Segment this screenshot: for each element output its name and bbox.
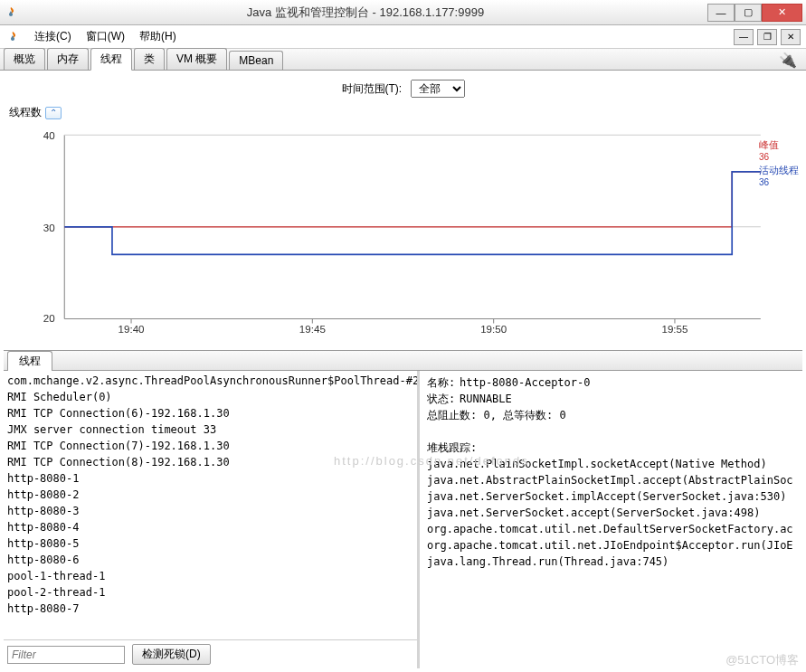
thread-list[interactable]: com.mchange.v2.async.ThreadPoolAsynchron… (4, 371, 417, 639)
time-range-label: 时间范围(T): (342, 82, 403, 95)
inner-close-button[interactable]: ✕ (781, 29, 801, 45)
tab-memory[interactable]: 内存 (47, 48, 89, 70)
stack-frame: java.lang.Thread.run(Thread.java:745) (427, 554, 795, 570)
tab-classes[interactable]: 类 (134, 48, 165, 70)
thread-list-item[interactable]: com.mchange.v2.async.ThreadPoolAsynchron… (7, 373, 413, 389)
legend-active-label: 活动线程 (759, 164, 799, 176)
stack-frame: java.net.ServerSocket.accept(ServerSocke… (427, 505, 795, 521)
chart-legend: 峰值 36 活动线程 36 (759, 138, 799, 189)
main-tabbar: 概览 内存 线程 类 VM 概要 MBean 🔌 (0, 49, 806, 71)
minimize-button[interactable]: — (707, 4, 735, 22)
thread-detail-pane: 名称: http-8080-Acceptor-0状态: RUNNABLE总阻止数… (420, 371, 802, 668)
connection-status-icon: 🔌 (779, 52, 797, 69)
chart-title: 线程数 (9, 105, 42, 120)
stack-frame: java.net.ServerSocket.implAccept(ServerS… (427, 488, 795, 505)
inner-restore-button[interactable]: ❐ (757, 29, 777, 45)
tab-vm[interactable]: VM 概要 (166, 48, 227, 70)
detect-deadlock-button[interactable]: 检测死锁(D) (132, 644, 211, 665)
stack-frame: org.apache.tomcat.util.net.DefaultServer… (427, 521, 795, 537)
thread-list-item[interactable]: http-8080-6 (7, 552, 413, 568)
window-titlebar: Java 监视和管理控制台 - 192.168.1.177:9999 — ▢ ✕ (0, 0, 806, 25)
thread-list-item[interactable]: pool-1-thread-1 (7, 568, 413, 584)
inner-minimize-button[interactable]: — (734, 29, 754, 45)
legend-active-value: 36 (759, 176, 799, 189)
java-icon (4, 5, 18, 20)
time-range-row: 时间范围(T): 全部 (4, 74, 802, 103)
thread-chart: 40 30 20 19:40 19:45 19:50 19:55 峰值 36 活… (4, 122, 802, 346)
svg-text:19:40: 19:40 (119, 324, 145, 335)
chart-collapse-button[interactable]: ⌃ (45, 107, 62, 119)
svg-text:19:45: 19:45 (299, 324, 326, 335)
menubar: 连接(C) 窗口(W) 帮助(H) — ❐ ✕ (0, 25, 806, 49)
tab-threads[interactable]: 线程 (90, 48, 132, 71)
svg-text:19:50: 19:50 (480, 324, 507, 335)
thread-list-item[interactable]: http-8080-2 (7, 487, 413, 503)
svg-text:20: 20 (43, 313, 55, 324)
filter-input[interactable] (7, 646, 125, 664)
svg-text:30: 30 (43, 222, 55, 233)
thread-list-item[interactable]: JMX server connection timeout 33 (7, 421, 413, 438)
menu-window[interactable]: 窗口(W) (79, 29, 132, 44)
window-title: Java 监视和管理控制台 - 192.168.1.177:9999 (24, 5, 707, 21)
thread-list-item[interactable]: http-8080-5 (7, 535, 413, 552)
tab-mbean[interactable]: MBean (229, 51, 283, 70)
chart-header: 线程数 ⌃ (4, 103, 802, 122)
menu-help[interactable]: 帮助(H) (132, 29, 184, 44)
thread-list-item[interactable]: RMI TCP Connection(7)-192.168.1.30 (7, 438, 413, 454)
svg-text:40: 40 (43, 130, 55, 141)
content-area: 时间范围(T): 全部 线程数 ⌃ 40 30 20 19:40 19:45 1… (0, 71, 806, 672)
thread-list-item[interactable]: http-8080-7 (7, 601, 413, 617)
thread-list-item[interactable]: RMI TCP Connection(6)-192.168.1.30 (7, 405, 413, 421)
bottom-panel: 线程 com.mchange.v2.async.ThreadPoolAsynch… (4, 350, 802, 668)
thread-list-item[interactable]: RMI TCP Connection(8)-192.168.1.30 (7, 454, 413, 470)
svg-text:19:55: 19:55 (661, 324, 687, 335)
maximize-button[interactable]: ▢ (735, 4, 762, 22)
legend-peak-label: 峰值 (759, 138, 799, 151)
stack-frame: java.net.AbstractPlainSocketImpl.accept(… (427, 472, 795, 488)
thread-detail[interactable]: 名称: http-8080-Acceptor-0状态: RUNNABLE总阻止数… (420, 371, 802, 668)
thread-list-item[interactable]: RMI Scheduler(0) (7, 389, 413, 405)
bottom-tab-threads[interactable]: 线程 (7, 351, 52, 371)
bottom-tabbar: 线程 (4, 351, 802, 371)
thread-list-pane: com.mchange.v2.async.ThreadPoolAsynchron… (4, 371, 420, 668)
java-icon (5, 30, 20, 44)
thread-list-item[interactable]: pool-2-thread-1 (7, 584, 413, 601)
filter-row: 检测死锁(D) (4, 639, 417, 668)
time-range-select[interactable]: 全部 (411, 80, 465, 98)
thread-list-item[interactable]: http-8080-3 (7, 503, 413, 519)
stack-frame: org.apache.tomcat.util.net.JIoEndpoint$A… (427, 537, 795, 554)
thread-list-item[interactable]: http-8080-1 (7, 470, 413, 487)
menu-connect[interactable]: 连接(C) (27, 29, 79, 44)
legend-peak-value: 36 (759, 151, 799, 164)
close-button[interactable]: ✕ (762, 4, 802, 22)
thread-list-item[interactable]: http-8080-4 (7, 519, 413, 535)
tab-overview[interactable]: 概览 (4, 48, 45, 70)
stack-frame: java.net.PlainSocketImpl.socketAccept(Na… (427, 456, 795, 472)
